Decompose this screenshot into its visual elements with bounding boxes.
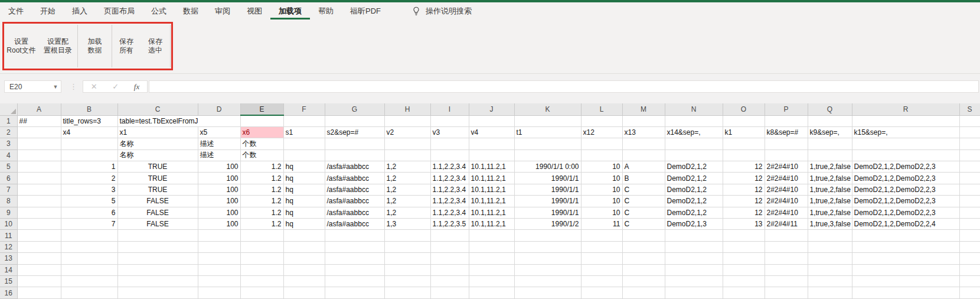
cell-A16[interactable] bbox=[17, 287, 61, 298]
row-header-14[interactable]: 14 bbox=[0, 264, 17, 275]
cell-L6[interactable]: 10 bbox=[581, 173, 622, 184]
cell-G4[interactable] bbox=[325, 150, 384, 161]
cell-M7[interactable]: C bbox=[622, 184, 665, 195]
cell-O2[interactable]: k1 bbox=[723, 126, 765, 138]
cell-P10[interactable]: 2#2#4#11 bbox=[765, 219, 808, 230]
cell-G16[interactable] bbox=[325, 287, 384, 298]
row-header-11[interactable]: 11 bbox=[0, 230, 17, 241]
cell-M16[interactable] bbox=[622, 287, 665, 298]
cell-K11[interactable] bbox=[514, 230, 581, 241]
cell-R13[interactable] bbox=[852, 253, 959, 264]
button-load-data[interactable]: 加载 数据 bbox=[78, 24, 112, 69]
cell-H6[interactable]: 1,2 bbox=[384, 173, 430, 184]
cell-R3[interactable] bbox=[852, 138, 959, 150]
cell-M9[interactable]: C bbox=[622, 207, 665, 218]
cancel-icon[interactable]: ✕ bbox=[91, 82, 97, 91]
cell-O3[interactable] bbox=[723, 138, 765, 150]
cell-G7[interactable]: /asfa#aabbcc bbox=[325, 184, 384, 195]
cell-N10[interactable]: DemoD2,1,3 bbox=[665, 219, 723, 230]
cell-R9[interactable]: DemoD2,1,2,DemoD2,2,3 bbox=[852, 207, 959, 218]
cell-C2[interactable]: x1 bbox=[117, 126, 198, 138]
tab-home[interactable]: 开始 bbox=[32, 2, 64, 20]
cell-H14[interactable] bbox=[384, 264, 430, 275]
cell-H1[interactable] bbox=[384, 115, 430, 126]
cell-K16[interactable] bbox=[514, 287, 581, 298]
cell-I9[interactable]: 1.1,2.2,3.4 bbox=[430, 207, 469, 218]
cell-D14[interactable] bbox=[198, 264, 240, 275]
cell-G15[interactable] bbox=[325, 275, 384, 287]
cell-F11[interactable] bbox=[283, 230, 325, 241]
cell-S3[interactable] bbox=[959, 138, 980, 150]
cell-K2[interactable]: t1 bbox=[514, 126, 581, 138]
row-header-2[interactable]: 2 bbox=[0, 126, 17, 138]
cell-H12[interactable] bbox=[384, 241, 430, 252]
cell-R4[interactable] bbox=[852, 150, 959, 161]
cell-M14[interactable] bbox=[622, 264, 665, 275]
cell-C6[interactable]: TRUE bbox=[117, 173, 198, 184]
cell-N13[interactable] bbox=[665, 253, 723, 264]
column-header-E[interactable]: E bbox=[240, 103, 283, 115]
cell-Q1[interactable] bbox=[808, 115, 852, 126]
select-all-corner[interactable] bbox=[0, 103, 17, 115]
cell-H3[interactable] bbox=[384, 138, 430, 150]
cell-H7[interactable]: 1,2 bbox=[384, 184, 430, 195]
cell-R10[interactable]: DemoD2,1,2,DemoD2,2,4 bbox=[852, 219, 959, 230]
cell-N5[interactable]: DemoD2,1,2 bbox=[665, 161, 723, 173]
cell-R16[interactable] bbox=[852, 287, 959, 298]
cell-L15[interactable] bbox=[581, 275, 622, 287]
cell-D13[interactable] bbox=[198, 253, 240, 264]
cell-O6[interactable]: 12 bbox=[723, 173, 765, 184]
cell-O11[interactable] bbox=[723, 230, 765, 241]
cell-C1[interactable]: table=test.TbExcelFromJson bbox=[117, 115, 198, 126]
cell-O5[interactable]: 12 bbox=[723, 161, 765, 173]
cell-L11[interactable] bbox=[581, 230, 622, 241]
cell-E10[interactable]: 1.2 bbox=[240, 219, 283, 230]
cell-S12[interactable] bbox=[959, 241, 980, 252]
cell-B3[interactable] bbox=[61, 138, 117, 150]
cell-L14[interactable] bbox=[581, 264, 622, 275]
cell-I13[interactable] bbox=[430, 253, 469, 264]
cell-Q16[interactable] bbox=[808, 287, 852, 298]
row-header-13[interactable]: 13 bbox=[0, 253, 17, 264]
cell-F13[interactable] bbox=[283, 253, 325, 264]
button-set-config-root-dir[interactable]: 设置配 置根目录 bbox=[38, 24, 77, 69]
cell-A9[interactable] bbox=[17, 207, 61, 218]
cell-C11[interactable] bbox=[117, 230, 198, 241]
tell-me-search[interactable]: 操作说明搜索 bbox=[411, 2, 472, 20]
column-header-P[interactable]: P bbox=[765, 103, 808, 115]
cell-C12[interactable] bbox=[117, 241, 198, 252]
cell-P16[interactable] bbox=[765, 287, 808, 298]
cell-I4[interactable] bbox=[430, 150, 469, 161]
cell-J12[interactable] bbox=[469, 241, 514, 252]
cell-Q11[interactable] bbox=[808, 230, 852, 241]
cell-N1[interactable] bbox=[665, 115, 723, 126]
cell-M13[interactable] bbox=[622, 253, 665, 264]
column-header-G[interactable]: G bbox=[325, 103, 384, 115]
cell-R12[interactable] bbox=[852, 241, 959, 252]
cell-D4[interactable]: 描述 bbox=[198, 150, 240, 161]
cell-A11[interactable] bbox=[17, 230, 61, 241]
cell-J10[interactable]: 10.1,11.2,1 bbox=[469, 219, 514, 230]
column-header-M[interactable]: M bbox=[622, 103, 665, 115]
cell-J2[interactable]: v4 bbox=[469, 126, 514, 138]
cell-S4[interactable] bbox=[959, 150, 980, 161]
cell-D16[interactable] bbox=[198, 287, 240, 298]
cell-P2[interactable]: k8&sep=# bbox=[765, 126, 808, 138]
cell-H5[interactable]: 1,2 bbox=[384, 161, 430, 173]
cell-Q8[interactable]: 1,true,2,false bbox=[808, 196, 852, 207]
cell-A5[interactable] bbox=[17, 161, 61, 173]
cell-L3[interactable] bbox=[581, 138, 622, 150]
cell-S13[interactable] bbox=[959, 253, 980, 264]
cell-G11[interactable] bbox=[325, 230, 384, 241]
cell-O10[interactable]: 13 bbox=[723, 219, 765, 230]
tab-page-layout[interactable]: 页面布局 bbox=[96, 2, 143, 20]
cell-F8[interactable]: hq bbox=[283, 196, 325, 207]
cell-K8[interactable]: 1990/1/1 bbox=[514, 196, 581, 207]
cell-L16[interactable] bbox=[581, 287, 622, 298]
tab-foxit-pdf[interactable]: 福昕PDF bbox=[342, 2, 389, 20]
cell-P6[interactable]: 2#2#4#10 bbox=[765, 173, 808, 184]
cell-N4[interactable] bbox=[665, 150, 723, 161]
cell-M15[interactable] bbox=[622, 275, 665, 287]
cell-E1[interactable] bbox=[240, 115, 283, 126]
column-header-L[interactable]: L bbox=[581, 103, 622, 115]
